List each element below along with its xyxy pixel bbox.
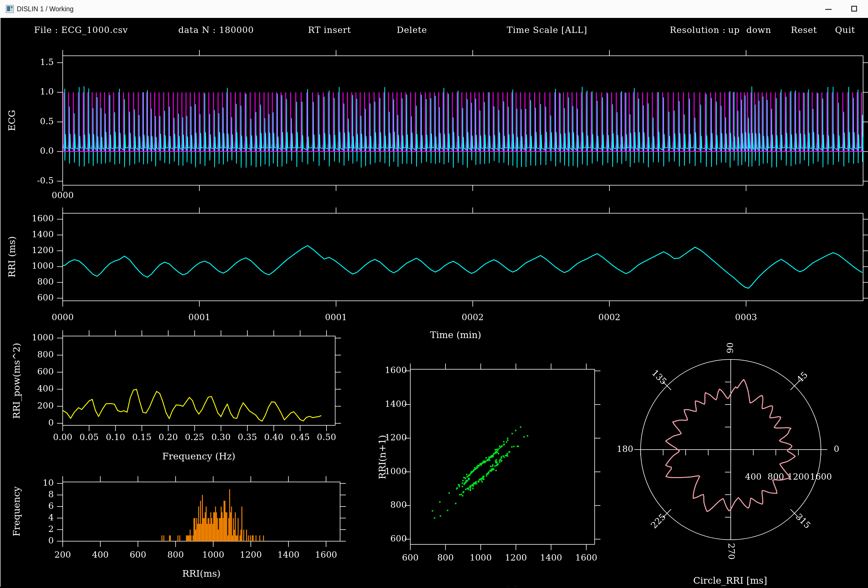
menu-item-resolution-label: Resolution : <box>670 25 726 35</box>
menu-item-reset[interactable]: Reset <box>791 25 817 35</box>
menu-item-delete[interactable]: Delete <box>397 25 427 35</box>
menu-item-rt-insert[interactable]: RT insert <box>308 25 351 35</box>
menu-item-resolution-up[interactable]: up <box>728 25 740 35</box>
charts-canvas <box>1 18 868 587</box>
window-title: DISLIN 1 / Working <box>17 0 74 18</box>
menu-item-data-n: data N : 180000 <box>178 25 254 35</box>
minimize-button[interactable] <box>818 0 838 18</box>
maximize-icon <box>851 6 857 12</box>
menu-item-time-scale[interactable]: Time Scale [ALL] <box>507 25 587 35</box>
plot-area: File : ECG_1000.csv data N : 180000 RT i… <box>0 18 868 587</box>
menu-item-resolution-down[interactable]: down <box>746 25 771 35</box>
maximize-button[interactable] <box>844 0 865 18</box>
minimize-icon <box>825 9 832 10</box>
app-window: DISLIN 1 / Working File : ECG_1000.csv d… <box>0 0 868 588</box>
title-bar: DISLIN 1 / Working <box>0 0 868 18</box>
menu-item-quit[interactable]: Quit <box>835 25 855 35</box>
app-icon <box>6 5 14 13</box>
menu-item-file[interactable]: File : ECG_1000.csv <box>34 25 128 35</box>
